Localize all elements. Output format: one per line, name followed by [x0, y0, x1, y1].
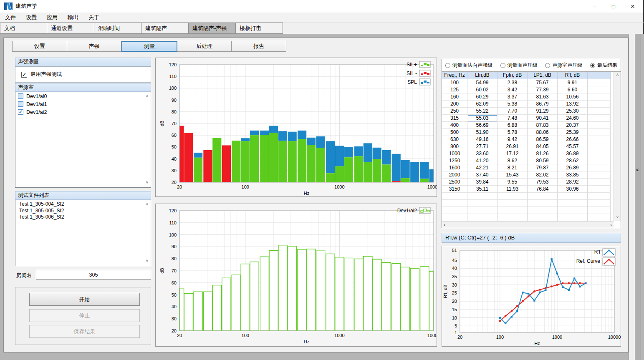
table-cell-14-3[interactable]: 79.53: [528, 179, 558, 186]
table-cell-10-2[interactable]: 17.12: [498, 150, 528, 157]
table-empty-cell[interactable]: [588, 193, 611, 200]
table-cell-3-4[interactable]: 13.92: [558, 101, 588, 108]
table-cell-10-4[interactable]: 36.89: [558, 150, 588, 157]
scroll-up-icon[interactable]: ˄: [144, 94, 150, 99]
table-cell-5-2[interactable]: 7.48: [498, 115, 528, 122]
table-cell-6-1[interactable]: 56.69: [467, 122, 498, 129]
table-cell-0-0[interactable]: 100: [442, 79, 467, 86]
table-cell-7-1[interactable]: 51.90: [467, 129, 498, 136]
table-cell-15-1[interactable]: 35.11: [467, 186, 498, 193]
table-cell-13-0[interactable]: 2000: [442, 171, 467, 179]
table-empty-cell[interactable]: [558, 193, 588, 200]
table-cell-11-2[interactable]: 8.62: [498, 157, 528, 164]
table-empty-cell[interactable]: [442, 193, 467, 200]
table-cell-12-3[interactable]: 79.87: [528, 164, 558, 171]
table-cell-9-5[interactable]: [588, 143, 611, 150]
table-cell-10-3[interactable]: 81.26: [528, 150, 558, 157]
table-empty-cell[interactable]: [528, 214, 558, 221]
radio-circle-0[interactable]: [445, 63, 450, 68]
radio-circle-2[interactable]: [545, 63, 550, 68]
table-cell-11-4[interactable]: 28.62: [558, 157, 588, 164]
channel-item-1[interactable]: Dev1/ai1: [15, 100, 151, 108]
table-cell-15-2[interactable]: 11.93: [498, 186, 528, 193]
table-cell-15-0[interactable]: 3150: [442, 186, 467, 193]
table-cell-14-2[interactable]: 9.55: [498, 179, 528, 186]
sub-tab-3[interactable]: 后处理: [177, 41, 232, 52]
menu-item-0[interactable]: 文件: [0, 13, 21, 23]
sub-tab-4[interactable]: 报告: [232, 41, 286, 52]
table-cell-8-3[interactable]: 86.59: [528, 136, 558, 143]
table-cell-15-4[interactable]: 30.96: [558, 186, 588, 193]
table-cell-14-4[interactable]: 28.92: [558, 179, 588, 186]
table-cell-12-4[interactable]: 26.89: [558, 164, 588, 171]
table-cell-13-4[interactable]: 33.85: [558, 171, 588, 179]
sub-tab-0[interactable]: 设置: [12, 41, 67, 52]
save-result-button[interactable]: 保存结果: [29, 325, 140, 338]
scroll-down-icon[interactable]: ˅: [144, 180, 150, 186]
table-cell-2-4[interactable]: 10.56: [558, 93, 588, 101]
table-cell-5-1[interactable]: 55.03: [467, 115, 498, 122]
scroll-up-icon[interactable]: ˄: [615, 73, 620, 78]
table-cell-3-0[interactable]: 200: [442, 101, 467, 108]
menu-item-4[interactable]: 关于: [83, 13, 104, 23]
table-empty-cell[interactable]: [498, 200, 528, 207]
table-cell-11-0[interactable]: 1250: [442, 157, 467, 164]
table-empty-cell[interactable]: [467, 193, 498, 200]
table-cell-14-5[interactable]: [588, 179, 611, 186]
menu-item-1[interactable]: 设置: [21, 13, 42, 23]
scroll-down-icon[interactable]: ˅: [615, 215, 620, 220]
table-cell-11-5[interactable]: [588, 157, 611, 164]
table-cell-6-2[interactable]: 6.88: [498, 122, 528, 129]
table-empty-cell[interactable]: [498, 214, 528, 221]
maximize-button[interactable]: □: [604, 0, 623, 13]
table-empty-cell[interactable]: [442, 207, 467, 214]
table-cell-9-0[interactable]: 800: [442, 143, 467, 150]
table-cell-10-1[interactable]: 33.60: [467, 150, 498, 157]
table-cell-5-4[interactable]: 24.60: [558, 115, 588, 122]
radio-option-0[interactable]: 测量面法向声强级: [445, 62, 492, 69]
table-cell-14-0[interactable]: 2500: [442, 179, 467, 186]
table-empty-cell[interactable]: [498, 207, 528, 214]
table-cell-5-5[interactable]: [588, 115, 611, 122]
table-cell-6-3[interactable]: 87.83: [528, 122, 558, 129]
table-cell-1-3[interactable]: 77.39: [528, 86, 558, 93]
table-empty-cell[interactable]: [467, 207, 498, 214]
table-cell-14-1[interactable]: 39.84: [467, 179, 498, 186]
table-cell-6-0[interactable]: 400: [442, 122, 467, 129]
table-cell-13-2[interactable]: 15.43: [498, 171, 528, 179]
main-tab-3[interactable]: 建筑隔声: [141, 23, 189, 34]
radio-option-3[interactable]: 最后结果: [590, 62, 617, 69]
table-cell-0-5[interactable]: [588, 79, 611, 86]
radio-circle-1[interactable]: [500, 63, 505, 68]
table-cell-13-1[interactable]: 37.40: [467, 171, 498, 179]
table-cell-10-0[interactable]: 1000: [442, 150, 467, 157]
table-empty-cell[interactable]: [588, 200, 611, 207]
table-cell-1-5[interactable]: [588, 86, 611, 93]
table-cell-12-2[interactable]: 8.21: [498, 164, 528, 171]
table-cell-12-5[interactable]: [588, 164, 611, 171]
table-cell-4-4[interactable]: 25.30: [558, 108, 588, 115]
table-cell-7-3[interactable]: 88.06: [528, 129, 558, 136]
table-cell-3-3[interactable]: 86.79: [528, 101, 558, 108]
radio-option-2[interactable]: 声源室声压级: [545, 62, 582, 69]
table-cell-4-2[interactable]: 7.70: [498, 108, 528, 115]
room-name-input[interactable]: [36, 270, 151, 279]
enable-intensity-checkbox[interactable]: ✓: [21, 72, 27, 78]
table-cell-9-4[interactable]: 45.57: [558, 143, 588, 150]
table-cell-8-1[interactable]: 49.16: [467, 136, 498, 143]
table-cell-6-4[interactable]: 20.37: [558, 122, 588, 129]
table-cell-9-1[interactable]: 27.71: [467, 143, 498, 150]
table-empty-cell[interactable]: [498, 193, 528, 200]
main-tab-0[interactable]: 文档: [0, 23, 47, 34]
table-header-3[interactable]: LP1, dB: [528, 72, 558, 79]
channel-item-2[interactable]: ✓Dev1/ai2: [15, 108, 151, 116]
table-cell-0-3[interactable]: 75.67: [528, 79, 558, 86]
table-cell-2-0[interactable]: 160: [442, 93, 467, 101]
table-cell-13-5[interactable]: [588, 171, 611, 179]
file-item-0[interactable]: Test 1_305-004_SI2: [15, 201, 151, 208]
table-horizontal-scrollbar[interactable]: ‹ ›: [442, 221, 614, 228]
file-item-1[interactable]: Test 1_305-005_SI2: [15, 208, 151, 214]
stop-button[interactable]: 停止: [29, 309, 140, 322]
table-cell-3-5[interactable]: [588, 101, 611, 108]
table-cell-4-3[interactable]: 91.29: [528, 108, 558, 115]
